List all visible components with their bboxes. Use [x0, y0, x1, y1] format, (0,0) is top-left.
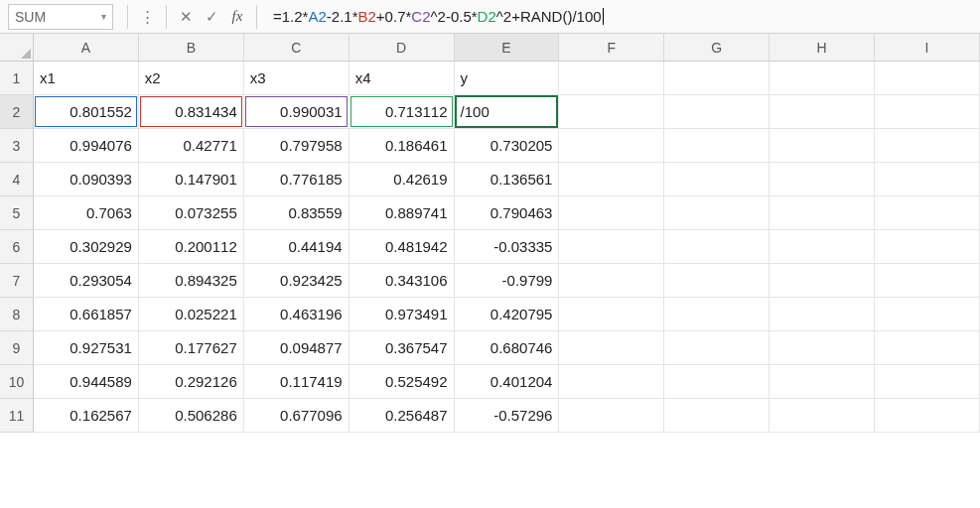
- cell-C7[interactable]: 0.923425: [244, 264, 350, 298]
- cell-G9[interactable]: [664, 331, 770, 365]
- row-header-6[interactable]: 6: [0, 230, 34, 264]
- cell-I3[interactable]: [875, 129, 980, 163]
- cell-B4[interactable]: 0.147901: [139, 163, 244, 196]
- cell-E4[interactable]: 0.136561: [455, 163, 560, 196]
- cell-G4[interactable]: [664, 163, 770, 196]
- cell-H3[interactable]: [770, 129, 875, 163]
- cell-D4[interactable]: 0.42619: [350, 163, 455, 196]
- cell-D3[interactable]: 0.186461: [350, 129, 455, 163]
- cell-B11[interactable]: 0.506286: [139, 399, 244, 433]
- cell-F8[interactable]: [559, 298, 664, 331]
- select-all-corner[interactable]: [0, 34, 34, 62]
- cell-C4[interactable]: 0.776185: [244, 163, 350, 196]
- col-header-F[interactable]: F: [559, 34, 664, 62]
- cell-F11[interactable]: [559, 399, 664, 433]
- cell-D2[interactable]: 0.713112: [350, 95, 455, 129]
- cell-C6[interactable]: 0.44194: [244, 230, 350, 264]
- row-header-2[interactable]: 2: [0, 95, 34, 129]
- cell-A4[interactable]: 0.090393: [34, 163, 139, 196]
- cell-D10[interactable]: 0.525492: [350, 365, 455, 399]
- cell-I6[interactable]: [875, 230, 980, 264]
- cell-G11[interactable]: [664, 399, 770, 433]
- cell-H7[interactable]: [770, 264, 875, 298]
- cell-E7[interactable]: -0.9799: [455, 264, 560, 298]
- cell-I11[interactable]: [875, 399, 980, 433]
- cell-A3[interactable]: 0.994076: [34, 129, 139, 163]
- cell-F1[interactable]: [559, 62, 664, 95]
- cell-G7[interactable]: [664, 264, 770, 298]
- cell-F2[interactable]: [559, 95, 664, 129]
- row-header-4[interactable]: 4: [0, 163, 34, 196]
- cell-G1[interactable]: [664, 62, 770, 95]
- cell-E1[interactable]: y: [455, 62, 560, 95]
- cell-G5[interactable]: [664, 196, 770, 230]
- row-header-11[interactable]: 11: [0, 399, 34, 433]
- cell-B3[interactable]: 0.42771: [139, 129, 244, 163]
- cell-G10[interactable]: [664, 365, 770, 399]
- cell-C5[interactable]: 0.83559: [244, 196, 350, 230]
- cell-A9[interactable]: 0.927531: [34, 331, 139, 365]
- cell-B9[interactable]: 0.177627: [139, 331, 244, 365]
- cell-H8[interactable]: [770, 298, 875, 331]
- row-header-9[interactable]: 9: [0, 331, 34, 365]
- cell-B10[interactable]: 0.292126: [139, 365, 244, 399]
- cell-C3[interactable]: 0.797958: [244, 129, 350, 163]
- cell-A5[interactable]: 0.7063: [34, 196, 139, 230]
- cell-C2[interactable]: 0.990031: [244, 95, 350, 129]
- cell-D11[interactable]: 0.256487: [350, 399, 455, 433]
- row-header-5[interactable]: 5: [0, 196, 34, 230]
- cell-G2[interactable]: [664, 95, 770, 129]
- row-header-8[interactable]: 8: [0, 298, 34, 331]
- cell-A1[interactable]: x1: [34, 62, 139, 95]
- cell-I8[interactable]: [875, 298, 980, 331]
- cell-I9[interactable]: [875, 331, 980, 365]
- cell-H6[interactable]: [770, 230, 875, 264]
- fx-icon[interactable]: fx: [224, 4, 250, 30]
- cell-H11[interactable]: [770, 399, 875, 433]
- col-header-A[interactable]: A: [34, 34, 139, 62]
- cell-G3[interactable]: [664, 129, 770, 163]
- row-header-3[interactable]: 3: [0, 129, 34, 163]
- cell-H1[interactable]: [770, 62, 875, 95]
- cell-F6[interactable]: [559, 230, 664, 264]
- cell-G8[interactable]: [664, 298, 770, 331]
- cancel-formula-button[interactable]: ✕: [173, 4, 199, 30]
- cell-F5[interactable]: [559, 196, 664, 230]
- cell-F7[interactable]: [559, 264, 664, 298]
- cell-I10[interactable]: [875, 365, 980, 399]
- cell-H2[interactable]: [770, 95, 875, 129]
- row-header-10[interactable]: 10: [0, 365, 34, 399]
- cell-E5[interactable]: 0.790463: [455, 196, 560, 230]
- row-header-7[interactable]: 7: [0, 264, 34, 298]
- cell-C11[interactable]: 0.677096: [244, 399, 350, 433]
- cell-B2[interactable]: 0.831434: [139, 95, 244, 129]
- cell-B6[interactable]: 0.200112: [139, 230, 244, 264]
- cell-A2[interactable]: 0.801552: [34, 95, 139, 129]
- cell-F10[interactable]: [559, 365, 664, 399]
- accept-formula-button[interactable]: ✓: [199, 4, 224, 30]
- cell-D1[interactable]: x4: [350, 62, 455, 95]
- cell-B5[interactable]: 0.073255: [139, 196, 244, 230]
- col-header-D[interactable]: D: [350, 34, 455, 62]
- cell-E6[interactable]: -0.03335: [455, 230, 560, 264]
- cell-C10[interactable]: 0.117419: [244, 365, 350, 399]
- cell-H9[interactable]: [770, 331, 875, 365]
- col-header-B[interactable]: B: [139, 34, 244, 62]
- cell-E10[interactable]: 0.401204: [455, 365, 560, 399]
- cell-E8[interactable]: 0.420795: [455, 298, 560, 331]
- cell-H4[interactable]: [770, 163, 875, 196]
- col-header-H[interactable]: H: [770, 34, 875, 62]
- cell-B7[interactable]: 0.894325: [139, 264, 244, 298]
- cell-H5[interactable]: [770, 196, 875, 230]
- col-header-G[interactable]: G: [664, 34, 770, 62]
- cell-I1[interactable]: [875, 62, 980, 95]
- cell-D5[interactable]: 0.889741: [350, 196, 455, 230]
- name-box[interactable]: SUM ▾: [8, 4, 113, 30]
- cell-A10[interactable]: 0.944589: [34, 365, 139, 399]
- cell-I4[interactable]: [875, 163, 980, 196]
- cell-C9[interactable]: 0.094877: [244, 331, 350, 365]
- cell-F9[interactable]: [559, 331, 664, 365]
- cell-D9[interactable]: 0.367547: [350, 331, 455, 365]
- cell-C1[interactable]: x3: [244, 62, 350, 95]
- cell-H10[interactable]: [770, 365, 875, 399]
